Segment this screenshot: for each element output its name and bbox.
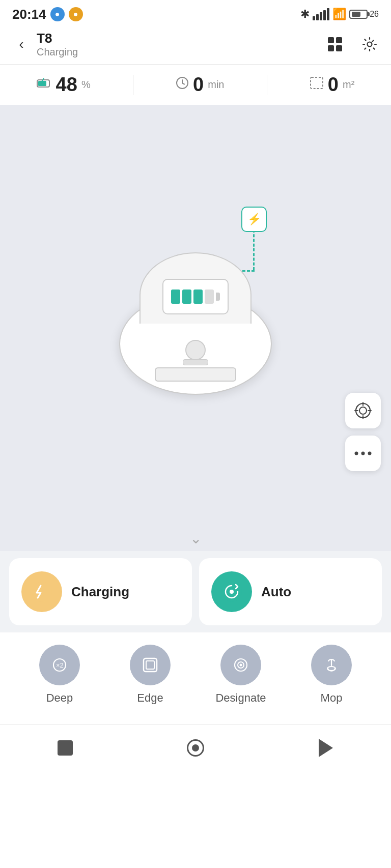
- battery-unit: %: [81, 79, 91, 91]
- area-value: 0: [328, 74, 339, 96]
- chevron-down-icon[interactable]: ⌄: [190, 530, 202, 547]
- time-value: 0: [193, 74, 204, 96]
- back-triangle-icon: [319, 739, 333, 757]
- svg-point-12: [361, 452, 365, 455]
- bat-seg-2: [182, 290, 191, 304]
- nav-square-button[interactable]: [50, 733, 80, 763]
- charging-icon-wrap: [21, 571, 62, 612]
- bat-seg-1: [171, 290, 180, 304]
- area-unit: m²: [343, 79, 354, 91]
- chevron-bar: ⌄: [0, 522, 391, 551]
- battery-value: 48: [56, 74, 77, 96]
- robot-screen: [162, 279, 229, 314]
- robot-center-dot: [185, 340, 206, 360]
- time-unit: min: [208, 79, 224, 91]
- robot-battery-display: [171, 290, 220, 304]
- robot-top: [139, 252, 252, 324]
- svg-point-6: [359, 407, 367, 414]
- status-time: 20:14: [12, 7, 46, 22]
- svg-rect-20: [146, 661, 154, 669]
- header-title-block: T8 Charging: [33, 31, 324, 58]
- float-buttons: [345, 393, 381, 471]
- circle-icon: [187, 739, 204, 757]
- square-icon: [58, 740, 73, 756]
- wifi-icon: 📶: [332, 8, 346, 21]
- app-icon-1: ●: [50, 7, 65, 21]
- map-area: ⚡: [0, 105, 391, 522]
- status-right-icons: ✱ 📶 26: [300, 8, 379, 21]
- charging-label: Charging: [71, 584, 129, 600]
- edge-icon: [130, 645, 171, 685]
- battery-indicator: 26: [349, 10, 379, 19]
- auto-card[interactable]: Auto: [199, 558, 382, 625]
- robot-body: [119, 252, 272, 395]
- mode-item-designate[interactable]: Designate: [196, 645, 286, 705]
- deep-label: Deep: [46, 691, 73, 705]
- mop-icon: [311, 645, 352, 685]
- grid-view-button[interactable]: [324, 33, 346, 55]
- svg-point-0: [368, 42, 372, 47]
- stat-divider-1: [133, 75, 133, 95]
- svg-point-23: [240, 664, 242, 667]
- svg-point-11: [355, 452, 358, 455]
- nav-back-button[interactable]: [311, 733, 341, 763]
- battery-stat: 48 %: [37, 74, 91, 96]
- designate-label: Designate: [215, 691, 266, 705]
- robot-illustration: ⚡: [109, 201, 282, 395]
- designate-icon: [220, 645, 261, 685]
- grid-icon: [328, 37, 342, 51]
- circle-inner: [192, 744, 199, 751]
- gear-icon: [362, 37, 377, 52]
- auto-icon-wrap: [211, 571, 252, 612]
- area-stat-icon: [310, 76, 324, 93]
- battery-percent: 26: [370, 10, 379, 19]
- bluetooth-icon: ✱: [300, 8, 310, 21]
- mop-label: Mop: [321, 691, 343, 705]
- charging-card[interactable]: Charging: [9, 558, 192, 625]
- nav-home-button[interactable]: [180, 733, 211, 763]
- svg-point-16: [230, 590, 234, 594]
- svg-text:×2: ×2: [56, 661, 64, 669]
- action-cards: Charging Auto: [0, 551, 391, 632]
- bat-cap: [216, 293, 220, 301]
- mode-grid: ×2 Deep Edge Designate: [9, 632, 382, 715]
- settings-button[interactable]: [358, 33, 381, 55]
- more-button[interactable]: [345, 436, 381, 471]
- charge-plug-icon: ⚡: [241, 207, 267, 232]
- robot-strip: [155, 367, 236, 382]
- svg-rect-19: [144, 658, 157, 672]
- edge-label: Edge: [137, 691, 163, 705]
- bottom-nav: [0, 724, 391, 775]
- mode-item-edge[interactable]: Edge: [105, 645, 196, 705]
- auto-label: Auto: [261, 584, 291, 600]
- app-icon-2: ●: [69, 7, 83, 21]
- area-stat: 0 m²: [310, 74, 354, 96]
- mode-item-mop[interactable]: Mop: [286, 645, 377, 705]
- signal-icon: [313, 8, 329, 20]
- battery-stat-icon: [37, 77, 52, 93]
- svg-point-14: [32, 582, 52, 602]
- bat-seg-3: [193, 290, 203, 304]
- device-status: Charging: [37, 46, 324, 58]
- target-button[interactable]: [345, 393, 381, 428]
- time-stat: 0 min: [176, 74, 224, 96]
- mode-item-deep[interactable]: ×2 Deep: [14, 645, 105, 705]
- bat-seg-4: [205, 290, 214, 304]
- deep-icon: ×2: [39, 645, 80, 685]
- back-arrow-icon: ‹: [19, 36, 23, 52]
- stat-divider-2: [267, 75, 267, 95]
- svg-rect-4: [311, 77, 323, 89]
- time-stat-icon: [176, 76, 189, 93]
- header: ‹ T8 Charging: [0, 26, 391, 65]
- header-actions: [324, 33, 381, 55]
- stats-bar: 48 % 0 min 0 m²: [0, 65, 391, 105]
- device-name: T8: [37, 31, 324, 46]
- svg-point-13: [368, 452, 372, 455]
- status-bar: 20:14 ● ● ✱ 📶 26: [0, 0, 391, 26]
- back-button[interactable]: ‹: [10, 33, 33, 55]
- robot-strip-inner: [183, 359, 208, 365]
